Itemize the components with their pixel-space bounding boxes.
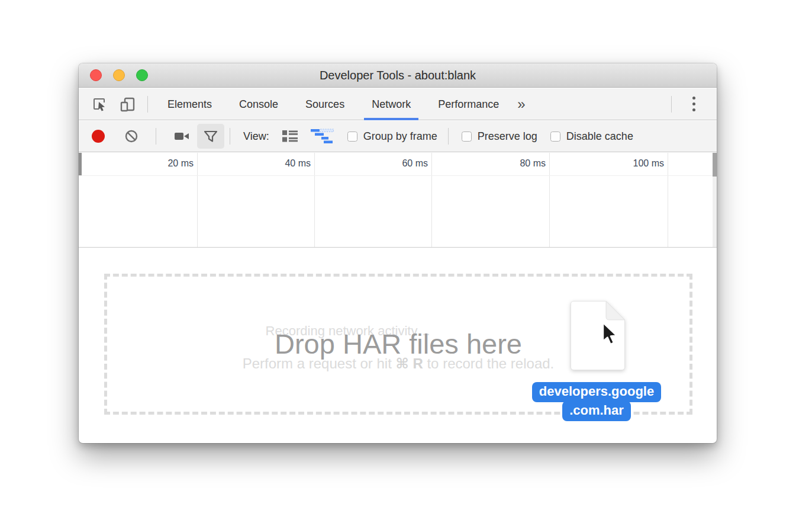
filter-button[interactable] — [197, 124, 224, 149]
more-tabs-button[interactable]: » — [517, 88, 525, 120]
drag-file-label-line1: developers.google — [532, 382, 661, 402]
ruler-baseline — [79, 175, 717, 176]
disable-cache-control[interactable]: Disable cache — [550, 130, 633, 143]
tab-network[interactable]: Network — [364, 88, 418, 120]
window-titlebar[interactable]: Developer Tools - about:blank — [79, 63, 717, 88]
drag-file-label: developers.google .com.har — [526, 382, 668, 421]
hint-pre: Perform a request or hit — [243, 355, 396, 371]
toolbar-divider — [230, 128, 230, 145]
vertical-scrollbar-thumb[interactable] — [713, 153, 717, 177]
staggered-blue-bars-icon — [311, 129, 334, 145]
kebab-dot — [692, 108, 695, 111]
tab-sources[interactable]: Sources — [298, 88, 352, 120]
cursor-in-box-icon — [92, 97, 107, 112]
preserve-log-control[interactable]: Preserve log — [462, 130, 537, 143]
disable-cache-checkbox[interactable] — [550, 132, 560, 142]
tabbar-right-divider — [671, 96, 672, 113]
capture-screenshots-button[interactable] — [173, 130, 190, 143]
desktop-background: Developer Tools - about:blank Elements C… — [0, 0, 812, 526]
vertical-scrollbar-track[interactable] — [713, 153, 717, 247]
ruler-gridline — [314, 153, 315, 247]
ruler-tick-label: 100 ms — [593, 158, 664, 169]
tab-console[interactable]: Console — [231, 88, 286, 120]
hint-post: to record the reload. — [423, 355, 554, 371]
preserve-log-label[interactable]: Preserve log — [478, 130, 537, 143]
inspect-element-button[interactable] — [89, 94, 109, 115]
list-rows-icon — [281, 129, 299, 143]
clear-requests-button[interactable] — [124, 129, 138, 143]
ruler-gridline — [431, 153, 432, 247]
device-toolbar-button[interactable] — [118, 94, 138, 115]
drag-file-label-line2: .com.har — [562, 401, 631, 421]
ruler-tick-label: 80 ms — [475, 158, 546, 169]
toolbar-divider — [156, 128, 156, 145]
kebab-dot — [692, 102, 695, 105]
no-entry-circle-slash-icon — [124, 129, 138, 143]
ruler-gridline — [197, 153, 198, 247]
devtools-tabbar: Elements Console Sources Network Perform… — [79, 88, 717, 120]
video-camera-icon — [173, 130, 190, 143]
tab-performance[interactable]: Performance — [430, 88, 507, 120]
record-button[interactable] — [92, 130, 105, 143]
ruler-tick-label: 20 ms — [123, 158, 194, 169]
left-scrollbar-thumb[interactable] — [79, 153, 82, 175]
group-by-frame-checkbox[interactable] — [347, 132, 357, 142]
window-title: Developer Tools - about:blank — [79, 63, 717, 88]
mouse-arrow-icon — [601, 322, 620, 348]
group-by-frame-label[interactable]: Group by frame — [363, 130, 437, 143]
tab-elements[interactable]: Elements — [160, 88, 220, 120]
group-by-frame-control[interactable]: Group by frame — [347, 130, 437, 143]
disable-cache-label[interactable]: Disable cache — [566, 130, 633, 143]
network-waterfall-pane: 20 ms 40 ms 60 ms 80 ms 100 ms — [79, 153, 717, 248]
command-r-shortcut: ⌘ R — [396, 355, 423, 371]
funnel-icon — [203, 129, 218, 143]
tabbar-divider — [147, 96, 148, 113]
ruler-gridline — [549, 153, 550, 247]
toolbar-divider — [448, 128, 449, 145]
ruler-gridline — [668, 153, 668, 247]
ruler-tick-label: 40 ms — [240, 158, 311, 169]
network-toolbar: View: — [79, 121, 717, 152]
list-view-button[interactable] — [281, 129, 299, 143]
phone-tablet-icon — [120, 96, 136, 113]
view-label: View: — [243, 130, 269, 143]
devtools-window: Developer Tools - about:blank Elements C… — [79, 63, 717, 443]
preserve-log-checkbox[interactable] — [462, 132, 472, 142]
ruler-tick-label: 60 ms — [357, 158, 428, 169]
waterfall-view-button[interactable] — [311, 129, 334, 145]
overflow-menu-button[interactable] — [684, 94, 704, 115]
kebab-dot — [692, 97, 695, 100]
